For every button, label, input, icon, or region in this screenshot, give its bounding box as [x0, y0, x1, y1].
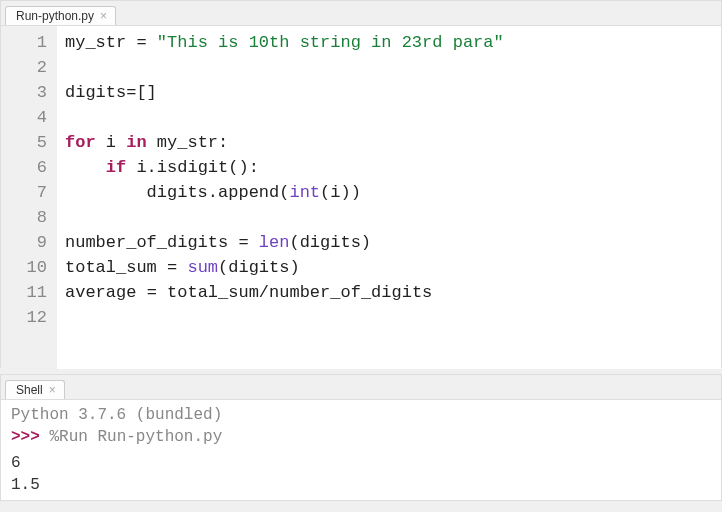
shell-tabbar: Shell × — [1, 375, 721, 399]
close-icon[interactable]: × — [100, 10, 107, 22]
code-line[interactable] — [65, 205, 713, 230]
code-area[interactable]: my_str = "This is 10th string in 23rd pa… — [57, 26, 721, 369]
line-number: 6 — [7, 155, 47, 180]
line-number: 11 — [7, 280, 47, 305]
line-number: 7 — [7, 180, 47, 205]
code-line[interactable]: total_sum = sum(digits) — [65, 255, 713, 280]
code-line[interactable]: if i.isdigit(): — [65, 155, 713, 180]
shell-body[interactable]: Python 3.7.6 (bundled) >>> %Run Run-pyth… — [1, 399, 721, 500]
shell-prompt-line: >>> %Run Run-python.py — [11, 426, 711, 448]
code-line[interactable] — [65, 305, 713, 330]
code-editor[interactable]: 123456789101112 my_str = "This is 10th s… — [1, 25, 721, 369]
shell-output-line: 6 — [11, 452, 711, 474]
line-number: 4 — [7, 105, 47, 130]
code-line[interactable]: for i in my_str: — [65, 130, 713, 155]
code-line[interactable]: number_of_digits = len(digits) — [65, 230, 713, 255]
line-number: 5 — [7, 130, 47, 155]
code-line[interactable]: my_str = "This is 10th string in 23rd pa… — [65, 30, 713, 55]
code-line[interactable] — [65, 105, 713, 130]
shell-tab[interactable]: Shell × — [5, 380, 65, 399]
prompt-arrows: >>> — [11, 428, 40, 446]
code-line[interactable]: digits.append(int(i)) — [65, 180, 713, 205]
code-line[interactable] — [65, 55, 713, 80]
editor-tabbar: Run-python.py × — [1, 1, 721, 25]
line-gutter: 123456789101112 — [1, 26, 57, 369]
shell-tab-label: Shell — [16, 383, 43, 397]
line-number: 10 — [7, 255, 47, 280]
shell-run-cmd-text: %Run Run-python.py — [49, 428, 222, 446]
editor-tab-label: Run-python.py — [16, 9, 94, 23]
line-number: 9 — [7, 230, 47, 255]
line-number: 12 — [7, 305, 47, 330]
line-number: 1 — [7, 30, 47, 55]
editor-pane: Run-python.py × 123456789101112 my_str =… — [0, 0, 722, 368]
code-line[interactable]: digits=[] — [65, 80, 713, 105]
line-number: 2 — [7, 55, 47, 80]
close-icon[interactable]: × — [49, 384, 56, 396]
line-number: 3 — [7, 80, 47, 105]
editor-tab[interactable]: Run-python.py × — [5, 6, 116, 25]
code-line[interactable]: average = total_sum/number_of_digits — [65, 280, 713, 305]
shell-banner: Python 3.7.6 (bundled) — [11, 404, 711, 426]
line-number: 8 — [7, 205, 47, 230]
shell-pane: Shell × Python 3.7.6 (bundled) >>> %Run … — [0, 374, 722, 501]
shell-output: 6 1.5 — [11, 452, 711, 496]
shell-output-line: 1.5 — [11, 474, 711, 496]
